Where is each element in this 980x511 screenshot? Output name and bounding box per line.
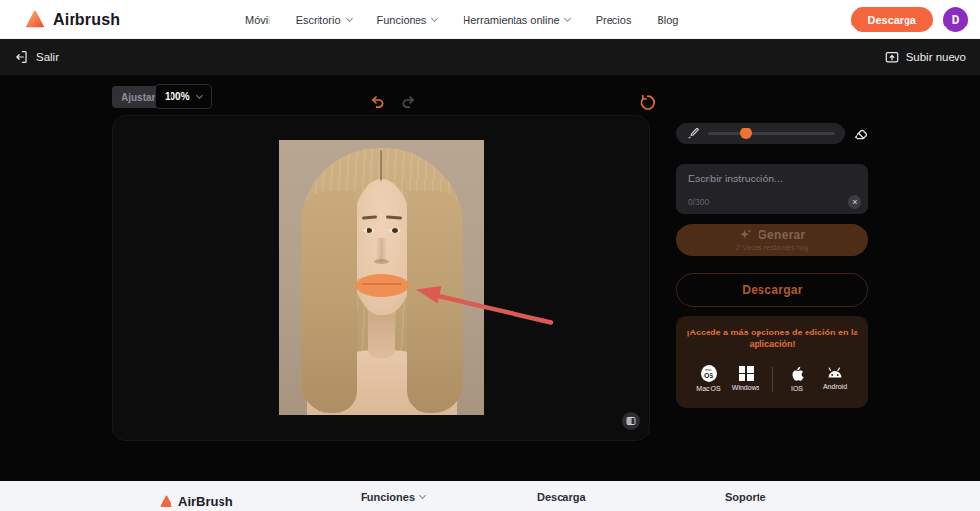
hair-part (380, 150, 382, 181)
instruction-input[interactable] (676, 164, 868, 193)
apple-icon (789, 365, 805, 382)
brand-name: Airbrush (53, 11, 120, 28)
android-icon (826, 365, 844, 380)
macos-icon: macOS (701, 365, 717, 382)
reset-icon (639, 94, 656, 111)
editor-topbar: Salir Subir nuevo (0, 39, 980, 75)
brush-size-thumb[interactable] (740, 128, 752, 139)
redo-icon (400, 93, 417, 111)
airbrush-logo-icon (25, 10, 45, 29)
eraser-icon (852, 125, 869, 142)
footer-link-funciones[interactable]: Funciones (361, 491, 425, 503)
page-footer: AirBrush Funciones Descarga Soporte (0, 481, 980, 511)
zoom-dropdown[interactable]: 100% (155, 84, 212, 109)
reset-button[interactable] (639, 93, 657, 111)
platform-windows[interactable]: Windows (726, 365, 765, 391)
upload-image-icon (884, 49, 900, 65)
compare-before-after-button[interactable] (622, 412, 640, 430)
nav-item-funciones[interactable]: Funciones (377, 14, 438, 26)
nav-item-escritorio[interactable]: Escritorio (296, 14, 352, 26)
nav-item-blog[interactable]: Blog (657, 14, 678, 26)
redo-button[interactable] (400, 93, 417, 111)
chevron-down-icon (431, 15, 438, 22)
nav-item-precios[interactable]: Precios (596, 14, 632, 26)
right-eye (388, 228, 401, 233)
user-avatar[interactable]: D (943, 7, 968, 32)
editor-stage: Ajustar 100% (0, 75, 980, 481)
windows-icon (739, 366, 754, 381)
descarga-button[interactable]: Descarga (851, 7, 933, 32)
nav-item-herramientas-online[interactable]: Herramientas online (463, 14, 569, 26)
char-counter: 0/300 (688, 197, 709, 207)
footer-link-soporte[interactable]: Soporte (725, 491, 766, 503)
platform-macos[interactable]: macOS Mac OS (689, 365, 728, 392)
brand[interactable]: Airbrush (25, 0, 120, 39)
generate-remaining-label: 2 Veces restantes hoy (736, 243, 808, 252)
undo-button[interactable] (368, 93, 386, 111)
compare-split-icon (626, 416, 636, 426)
top-navbar: Airbrush Móvil Escritorio Funciones Herr… (0, 0, 980, 39)
sparkle-icon (739, 229, 752, 241)
main-nav: Móvil Escritorio Funciones Herramientas … (245, 0, 678, 39)
exit-door-icon (14, 49, 29, 65)
chevron-down-icon (345, 15, 352, 22)
chevron-down-icon (196, 92, 203, 99)
eraser-button[interactable] (852, 124, 871, 143)
hair-front-right (407, 191, 463, 413)
footer-brand-name: AirBrush (178, 494, 233, 509)
promo-divider (772, 367, 773, 392)
footer-link-descarga[interactable]: Descarga (537, 491, 586, 503)
generate-label: Generar (758, 229, 805, 242)
nose-base (374, 259, 389, 264)
generate-button[interactable]: Generar 2 Veces restantes hoy (676, 224, 868, 256)
exit-label: Salir (36, 51, 59, 63)
hair-front-left (301, 191, 357, 413)
app-promo-card: ¡Accede a más opciones de edición en la … (676, 316, 868, 408)
download-result-button[interactable]: Descargar (676, 273, 868, 307)
chevron-down-icon (564, 15, 571, 22)
clear-input-button[interactable]: × (848, 195, 861, 209)
platform-android[interactable]: Android (815, 365, 855, 390)
upload-label: Subir nuevo (906, 51, 966, 63)
left-eye (363, 228, 375, 233)
promo-title: ¡Accede a más opciones de edición en la … (686, 327, 858, 350)
brush-size-slider-group (676, 123, 845, 144)
platform-ios[interactable]: IOS (777, 365, 816, 392)
zoom-level: 100% (165, 91, 190, 102)
upload-new-button[interactable]: Subir nuevo (884, 49, 966, 65)
footer-brand[interactable]: AirBrush (160, 494, 233, 509)
instruction-input-box: 0/300 × (676, 164, 868, 214)
lips-brush-mask (355, 274, 409, 297)
exit-button[interactable]: Salir (14, 49, 59, 65)
nav-item-movil[interactable]: Móvil (245, 14, 270, 26)
airbrush-logo-icon (160, 495, 172, 508)
brush-size-track[interactable] (708, 132, 835, 135)
editing-canvas[interactable] (112, 115, 650, 441)
undo-icon (368, 93, 386, 111)
chevron-down-icon (419, 492, 426, 499)
brush-icon (686, 127, 700, 140)
lips-line (362, 283, 402, 285)
portrait-photo[interactable] (279, 140, 484, 415)
